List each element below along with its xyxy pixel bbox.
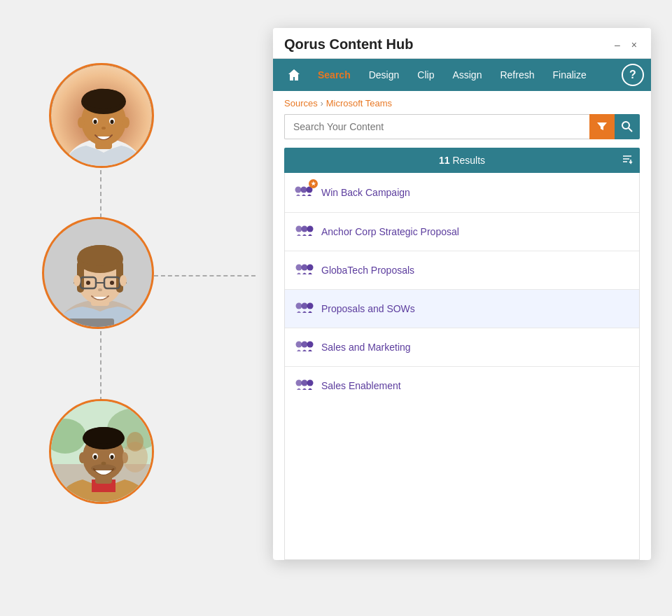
panel-title: Qorus Content Hub	[284, 36, 413, 52]
close-button[interactable]: ×	[629, 39, 640, 50]
sort-button[interactable]	[622, 153, 633, 167]
home-button[interactable]	[280, 68, 308, 82]
svg-point-39	[84, 427, 123, 444]
svg-point-27	[74, 275, 80, 286]
svg-point-44	[111, 455, 114, 459]
svg-point-68	[296, 342, 302, 348]
svg-point-65	[296, 303, 302, 309]
svg-point-67	[307, 303, 314, 309]
svg-point-46	[79, 452, 86, 463]
svg-point-49	[127, 432, 144, 451]
minimize-button[interactable]: –	[612, 39, 623, 50]
result-label-proposals-sows: Proposals and SOWs	[321, 303, 415, 314]
nav-assign[interactable]: Assign	[444, 64, 490, 86]
result-label-win-back: Win Back Campaign	[321, 187, 410, 198]
svg-point-57	[301, 187, 307, 193]
help-button[interactable]: ?	[622, 64, 644, 86]
person-circle-top	[49, 63, 154, 168]
svg-point-60	[302, 226, 308, 232]
svg-point-28	[120, 275, 127, 286]
nav-search[interactable]: Search	[309, 64, 359, 86]
search-button[interactable]	[615, 114, 640, 139]
results-count: 11	[439, 155, 450, 166]
svg-point-4	[83, 89, 125, 108]
svg-point-11	[122, 117, 130, 128]
svg-point-59	[296, 226, 302, 232]
result-item-win-back[interactable]: ★ Win Back Campaign	[285, 173, 639, 213]
search-row	[273, 114, 651, 148]
result-icon-win-back: ★	[295, 183, 314, 202]
breadcrumb-sources[interactable]: Sources	[284, 98, 318, 108]
nav-finalize[interactable]: Finalize	[544, 64, 594, 86]
breadcrumb-current[interactable]: Microsoft Teams	[326, 98, 392, 108]
nav-refresh[interactable]: Refresh	[491, 64, 542, 86]
connector-line-1	[100, 170, 102, 218]
svg-point-71	[296, 380, 302, 386]
nav-clip[interactable]: Clip	[409, 64, 442, 86]
svg-point-64	[307, 265, 314, 271]
result-icon-globatech	[295, 261, 314, 279]
svg-point-61	[307, 226, 314, 232]
svg-point-50	[622, 122, 629, 129]
person-circle-bottom	[49, 399, 154, 504]
svg-point-72	[302, 380, 308, 386]
panel-titlebar: Qorus Content Hub – ×	[273, 28, 651, 59]
result-item-sales-marketing[interactable]: Sales and Marketing	[285, 328, 639, 367]
svg-point-73	[307, 380, 314, 386]
window-controls: – ×	[612, 39, 640, 50]
svg-point-24	[86, 281, 90, 285]
results-bar: 11 Results	[284, 148, 640, 173]
nav-bar: Search Design Clip Assign Refresh Finali…	[273, 59, 651, 91]
svg-point-9	[102, 127, 106, 130]
result-item-sales-enablement[interactable]: Sales Enablement	[285, 367, 639, 405]
svg-point-25	[110, 281, 114, 285]
svg-point-63	[302, 265, 308, 271]
result-icon-sales-marketing	[295, 338, 314, 356]
svg-point-70	[307, 342, 314, 348]
breadcrumb-separator: ›	[321, 99, 323, 108]
filter-button[interactable]	[589, 114, 615, 139]
nav-design[interactable]: Design	[360, 64, 408, 86]
result-icon-proposals-sows	[295, 300, 314, 318]
result-label-globatech: GlobaTech Proposals	[321, 265, 414, 276]
svg-point-56	[295, 187, 302, 193]
connector-h	[154, 275, 255, 276]
result-item-anchor[interactable]: Anchor Corp Strategic Proposal	[285, 213, 639, 251]
result-label-sales-enablement: Sales Enablement	[321, 380, 401, 391]
svg-point-16	[78, 245, 122, 266]
svg-point-8	[111, 120, 114, 124]
svg-line-51	[629, 128, 632, 132]
connector-line-2	[100, 331, 102, 401]
svg-point-43	[94, 455, 97, 459]
person-circle-middle	[42, 217, 154, 329]
results-label: Results	[450, 155, 486, 166]
result-icon-sales-enablement	[295, 377, 314, 395]
svg-point-66	[302, 303, 308, 309]
main-panel: Qorus Content Hub – × Search Design Clip…	[273, 28, 651, 560]
result-label-sales-marketing: Sales and Marketing	[321, 342, 411, 353]
svg-point-10	[78, 117, 85, 128]
svg-point-26	[98, 288, 102, 291]
result-icon-anchor	[295, 223, 314, 241]
people-area	[0, 42, 224, 574]
svg-point-45	[102, 462, 106, 465]
svg-point-69	[302, 342, 308, 348]
svg-point-7	[94, 120, 97, 124]
result-item-globatech[interactable]: GlobaTech Proposals	[285, 251, 639, 290]
results-list: ★ Win Back Campaign Anchor Corp Strategi…	[284, 173, 640, 560]
search-input-wrap	[284, 114, 589, 139]
search-input[interactable]	[284, 114, 589, 139]
svg-point-62	[296, 265, 302, 271]
breadcrumb: Sources › Microsoft Teams	[273, 91, 651, 114]
result-item-proposals-sows[interactable]: Proposals and SOWs	[285, 290, 639, 328]
result-label-anchor: Anchor Corp Strategic Proposal	[321, 226, 459, 237]
svg-rect-29	[65, 318, 114, 329]
